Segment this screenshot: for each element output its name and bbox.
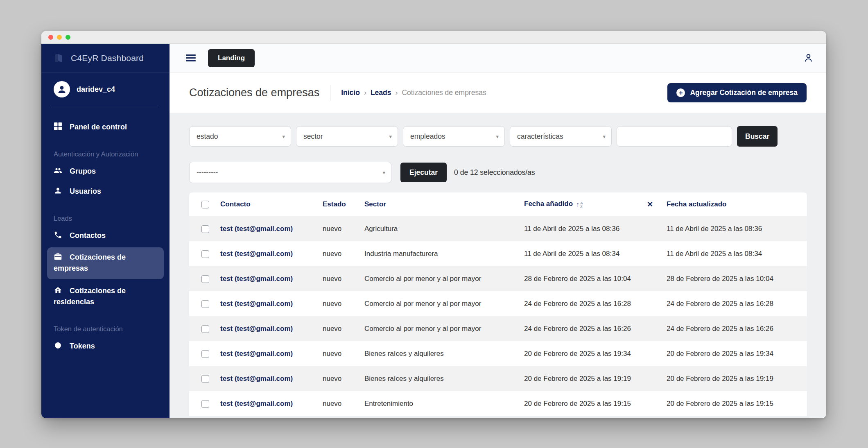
sort-ascending-icon[interactable]: ↑AZ [576, 201, 583, 209]
filter-select-caracteristicas[interactable]: características ▾ [510, 126, 612, 147]
sidebar-item-cotizaciones-residencias[interactable]: Cotizaciones de residencias [41, 281, 170, 312]
sidebar-item-tokens[interactable]: Tokens [41, 336, 170, 356]
search-input[interactable] [617, 126, 732, 147]
clear-sort-icon[interactable]: ✕ [647, 200, 653, 208]
content-area: estado ▾ sector ▾ empleados ▾ caracter [170, 113, 826, 418]
date-added-cell: 24 de Febrero de 2025 a las 16:28 [521, 291, 644, 316]
column-header-estado[interactable]: Estado [319, 192, 361, 216]
profile-icon[interactable] [803, 52, 814, 63]
window-titlebar [41, 31, 826, 44]
row-checkbox[interactable] [201, 350, 209, 358]
filter-row: estado ▾ sector ▾ empleados ▾ caracter [189, 126, 807, 147]
desktop-background: C4EyR Dashboard daridev_c4 Panel de cont… [0, 0, 868, 448]
column-header-label: Fecha añadido [524, 200, 573, 208]
date-added-cell: 20 de Febrero de 2025 a las 19:19 [521, 366, 644, 391]
sector-cell: Entretenimiento [361, 391, 521, 416]
search-button[interactable]: Buscar [737, 126, 778, 147]
briefcase-icon [54, 252, 62, 261]
filter-select-sector[interactable]: sector ▾ [296, 126, 398, 147]
row-checkbox[interactable] [201, 250, 209, 258]
brand-header: C4EyR Dashboard [41, 44, 170, 72]
select-all-checkbox[interactable] [201, 201, 209, 208]
sidebar-item-grupos[interactable]: Grupos [41, 161, 170, 181]
row-checkbox[interactable] [201, 400, 209, 408]
date-updated-cell: 11 de Abril de 2025 a las 08:34 [663, 241, 807, 266]
row-checkbox[interactable] [201, 300, 209, 308]
avatar [54, 81, 70, 97]
status-cell: nuevo [319, 341, 361, 366]
contact-link[interactable]: test (test@gmail.com) [220, 275, 293, 283]
sidebar-item-label: Panel de control [70, 123, 127, 131]
execute-button[interactable]: Ejecutar [400, 163, 447, 182]
contact-link[interactable]: test (test@gmail.com) [220, 375, 293, 382]
contact-link[interactable]: test (test@gmail.com) [220, 250, 293, 258]
breadcrumb: Inicio › Leads › Cotizaciones de empresa… [341, 88, 486, 97]
page-title: Cotizaciones de empresas [189, 86, 319, 99]
action-row: --------- ▾ Ejecutar 0 de 12 seleccionad… [189, 162, 807, 183]
sidebar-item-label: Grupos [70, 167, 96, 175]
column-header-sector[interactable]: Sector [361, 192, 521, 216]
chevron-down-icon: ▾ [496, 133, 499, 140]
table-row: test (test@gmail.com) nuevo Entretenimie… [189, 391, 807, 416]
zoom-window-button[interactable] [66, 35, 70, 40]
hamburger-menu-icon[interactable] [186, 54, 196, 61]
date-added-cell: 11 de Abril de 2025 a las 08:36 [521, 216, 644, 241]
grid-icon [54, 122, 62, 131]
select-value: empleados [410, 132, 445, 141]
main-area: Landing Cotizaciones de empresas Inicio … [170, 44, 826, 418]
column-header-fecha-anadido[interactable]: Fecha añadido↑AZ [521, 192, 644, 216]
select-value: características [517, 132, 563, 141]
contact-link[interactable]: test (test@gmail.com) [220, 400, 293, 407]
select-value: --------- [197, 168, 218, 177]
action-select[interactable]: --------- ▾ [189, 162, 391, 183]
column-header-fecha-actualizado[interactable]: Fecha actualizado [663, 192, 807, 216]
page-header: Cotizaciones de empresas Inicio › Leads … [170, 72, 826, 113]
select-value: sector [303, 132, 323, 141]
date-added-cell: 11 de Abril de 2025 a las 08:34 [521, 241, 644, 266]
sector-cell: Bienes raíces y alquileres [361, 341, 521, 366]
close-window-button[interactable] [48, 35, 53, 40]
filter-select-empleados[interactable]: empleados ▾ [403, 126, 505, 147]
breadcrumb-leads[interactable]: Leads [371, 88, 391, 97]
add-button-label: Agregar Cotización de empresa [690, 88, 798, 97]
sidebar-item-usuarios[interactable]: Usuarios [41, 181, 170, 201]
breadcrumb-current: Cotizaciones de empresas [402, 88, 486, 97]
chevron-down-icon: ▾ [282, 133, 285, 140]
date-added-cell: 24 de Febrero de 2025 a las 16:26 [521, 316, 644, 341]
landing-button[interactable]: Landing [208, 49, 255, 67]
topbar: Landing [170, 44, 826, 72]
sector-cell: Industria manufacturera [361, 241, 521, 266]
app-title: C4EyR Dashboard [71, 53, 144, 63]
date-updated-cell: 11 de Abril de 2025 a las 08:36 [663, 216, 807, 241]
add-company-quote-button[interactable]: + Agregar Cotización de empresa [667, 83, 807, 102]
home-icon [54, 286, 62, 294]
contact-link[interactable]: test (test@gmail.com) [220, 350, 293, 357]
contact-link[interactable]: test (test@gmail.com) [220, 225, 293, 233]
row-checkbox[interactable] [201, 375, 209, 383]
row-checkbox[interactable] [201, 275, 209, 283]
sidebar-item-panel-de-control[interactable]: Panel de control [41, 117, 170, 137]
minimize-window-button[interactable] [57, 35, 62, 40]
sidebar-nav: Panel de control Autenticación y Autoriz… [41, 107, 170, 356]
table-row: test (test@gmail.com) nuevo Industria ma… [189, 241, 807, 266]
column-header-contacto[interactable]: Contacto [217, 192, 319, 216]
row-checkbox[interactable] [201, 325, 209, 333]
contact-link[interactable]: test (test@gmail.com) [220, 300, 293, 308]
contact-link[interactable]: test (test@gmail.com) [220, 325, 293, 333]
chevron-down-icon: ▾ [389, 133, 392, 140]
sector-cell: Comercio al por menor y al por mayor [361, 316, 521, 341]
sector-cell: Bienes raíces y alquileres [361, 366, 521, 391]
row-checkbox[interactable] [201, 225, 209, 233]
breadcrumb-home[interactable]: Inicio [341, 88, 360, 97]
sidebar-item-label: Cotizaciones de residencias [54, 287, 126, 306]
table-header-row: Contacto Estado Sector Fecha añadido↑AZ … [189, 192, 807, 216]
table-row: test (test@gmail.com) nuevo Comercio al … [189, 266, 807, 291]
sidebar-item-cotizaciones-empresas[interactable]: Cotizaciones de empresas [47, 247, 164, 279]
sidebar-item-contactos[interactable]: Contactos [41, 226, 170, 246]
user-block: daridev_c4 [41, 72, 170, 107]
filter-select-estado[interactable]: estado ▾ [189, 126, 291, 147]
sector-cell: Agricultura [361, 216, 521, 241]
breadcrumb-separator: › [395, 88, 398, 97]
chevron-down-icon: ▾ [603, 133, 606, 140]
date-updated-cell: 20 de Febrero de 2025 a las 19:19 [663, 366, 807, 391]
